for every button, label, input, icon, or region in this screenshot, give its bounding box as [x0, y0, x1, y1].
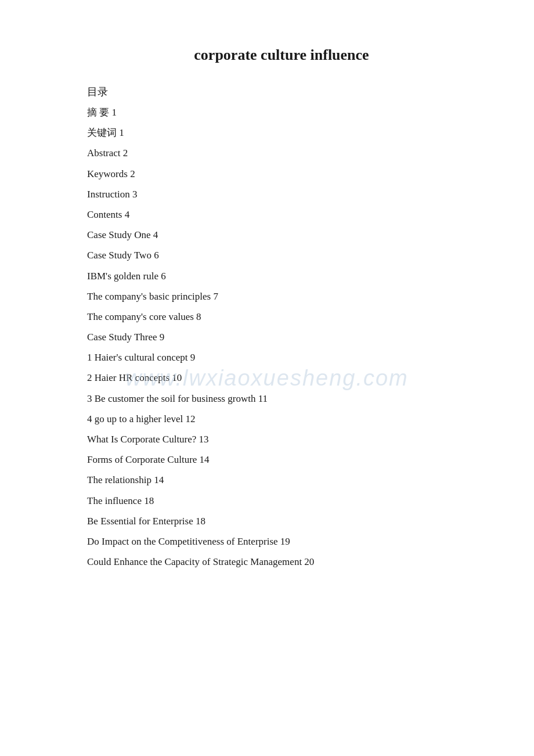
toc-item: The company's basic principles 7 [87, 289, 476, 304]
toc-item: The company's core values 8 [87, 309, 476, 325]
toc-item: Instruction 3 [87, 186, 476, 202]
toc-item: Could Enhance the Capacity of Strategic … [87, 554, 476, 570]
toc-header: 目录 [87, 85, 476, 99]
toc-item: IBM's golden rule 6 [87, 268, 476, 284]
toc-item: 1 Haier's cultural concept 9 [87, 350, 476, 365]
toc-item: Case Study Two 6 [87, 247, 476, 263]
toc-item: Keywords 2 [87, 166, 476, 182]
toc-item: Be Essential for Enterprise 18 [87, 513, 476, 529]
toc-item: 2 Haier HR concepts 10 [87, 370, 476, 386]
toc-item: Case Study Three 9 [87, 329, 476, 345]
toc-item: 4 go up to a higher level 12 [87, 411, 476, 427]
toc-item: 3 Be customer the soil for business grow… [87, 391, 476, 406]
toc-item: Contents 4 [87, 207, 476, 222]
toc-item: 关键词 1 [87, 125, 476, 141]
toc-item: The relationship 14 [87, 472, 476, 488]
toc-item: Do Impact on the Competitiveness of Ente… [87, 534, 476, 549]
toc-item: Forms of Corporate Culture 14 [87, 452, 476, 467]
toc-item: 摘 要 1 [87, 105, 476, 120]
toc-item: What Is Corporate Culture? 13 [87, 431, 476, 447]
toc-item: Abstract 2 [87, 145, 476, 161]
toc-item: The influence 18 [87, 493, 476, 509]
document-page: www.lwxiaoxuesheng.com corporate culture… [0, 0, 534, 756]
toc-item: Case Study One 4 [87, 227, 476, 243]
document-title: corporate culture influence [87, 46, 476, 64]
toc-list: 摘 要 1关键词 1Abstract 2Keywords 2Instructio… [87, 105, 476, 570]
